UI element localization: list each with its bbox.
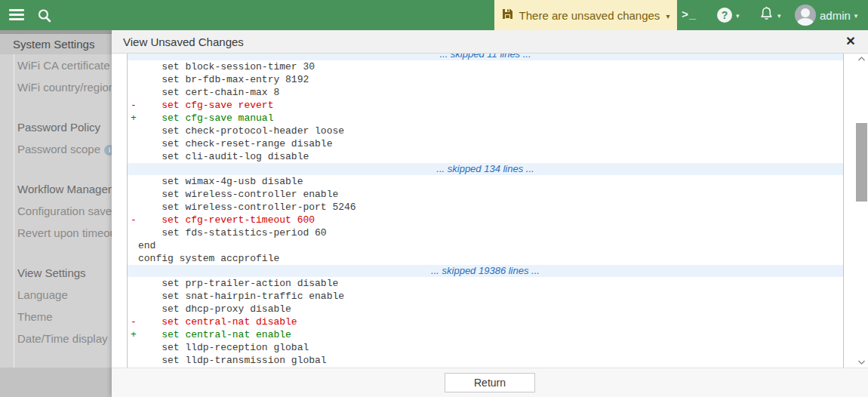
- help-menu-button[interactable]: ? ▾: [717, 0, 740, 30]
- diff-skip-row: ... skipped 11 lines ...: [128, 54, 843, 60]
- diff-line-ctx: set wireless-controller-port 5246: [128, 201, 843, 214]
- diff-line-ctx: config system accprofile: [128, 252, 843, 265]
- modal-footer: Return: [112, 368, 868, 397]
- modal-title: View Unsaved Changes: [123, 30, 244, 54]
- diff-line-ctx: set check-reset-range disable: [128, 137, 843, 150]
- sidebar-item-configuration-save[interactable]: Configuration save: [0, 200, 112, 222]
- diff-line-ctx: set wireless-controller enable: [128, 188, 843, 201]
- avatar: [795, 5, 816, 26]
- modal-header: View Unsaved Changes ✕: [112, 30, 868, 54]
- info-icon: i: [104, 145, 112, 155]
- unsaved-changes-button[interactable]: There are unsaved changes ▾: [494, 0, 677, 30]
- sidebar-item-theme[interactable]: Theme: [0, 306, 112, 328]
- sidebar-item-revert-upon-timeout[interactable]: Revert upon timeout: [0, 222, 112, 244]
- top-bar: There are unsaved changes ▾ >_ ? ▾ ▾ adm…: [0, 0, 868, 30]
- chevron-down-icon: ▾: [666, 12, 669, 20]
- close-icon[interactable]: ✕: [843, 34, 858, 49]
- notifications-button[interactable]: ▾: [759, 0, 781, 30]
- sidebar-menu: WiFi CA certificateWiFi country/regionPa…: [0, 54, 112, 368]
- cli-console-button[interactable]: >_: [682, 0, 697, 30]
- sidebar-item-date-time-display[interactable]: Date/Time display: [0, 328, 112, 349]
- user-menu-button[interactable]: admin ▾: [795, 0, 857, 30]
- config-diff-view: ... skipped 11 lines ... set block-sessi…: [127, 54, 844, 368]
- diff-line-ctx: end: [128, 239, 843, 252]
- diff-line-ctx: set check-protocol-header loose: [128, 125, 843, 137]
- diff-line-ctx: set cli-audit-log disable: [128, 150, 843, 163]
- diff-lines: ... skipped 11 lines ... set block-sessi…: [128, 54, 843, 367]
- sidebar-item-language[interactable]: Language: [0, 284, 112, 306]
- diff-line-ctx: set wimax-4g-usb disable: [128, 175, 843, 188]
- unsaved-changes-label: There are unsaved changes: [519, 9, 660, 22]
- diff-line-del: - set cfg-revert-timeout 600: [128, 214, 843, 226]
- diff-line-ctx: set lldp-reception global: [128, 341, 843, 354]
- scroll-up-icon[interactable]: [855, 54, 868, 66]
- chevron-down-icon: ▾: [777, 12, 781, 20]
- diff-line-ctx: set cert-chain-max 8: [128, 86, 843, 99]
- return-button[interactable]: Return: [445, 373, 535, 392]
- diff-skip-row: ... skipped 134 lines ...: [128, 163, 843, 175]
- sidebar-item-view-settings[interactable]: View Settings: [0, 262, 112, 284]
- scrollbar: [855, 54, 868, 368]
- chevron-down-icon: ▾: [736, 12, 740, 20]
- diff-line-del: - set cfg-save revert: [128, 99, 843, 112]
- diff-skip-row: ... skipped 19386 lines ...: [128, 265, 843, 277]
- sidebar-item-password-policy[interactable]: Password Policy: [0, 116, 112, 138]
- user-name-label: admin: [820, 9, 851, 22]
- diff-line-add: + set cfg-save manual: [128, 112, 843, 125]
- sidebar-title[interactable]: System Settings: [0, 34, 112, 54]
- view-unsaved-changes-modal: View Unsaved Changes ✕ ... skipped 11 li…: [112, 30, 868, 397]
- save-icon: [502, 8, 513, 23]
- menu-icon[interactable]: [9, 9, 24, 21]
- sidebar-item-wifi-country-region[interactable]: WiFi country/region: [0, 76, 112, 98]
- sidebar-item-workflow-management[interactable]: Workflow Management: [0, 178, 112, 200]
- diff-line-ctx: set fds-statistics-period 60: [128, 226, 843, 239]
- sidebar-item-password-scope[interactable]: Password scopei: [0, 138, 112, 160]
- diff-line-ctx: set lldp-transmission global: [128, 354, 843, 367]
- help-icon: ?: [717, 8, 732, 23]
- diff-line-ctx: set dhcp-proxy disable: [128, 303, 843, 315]
- diff-line-ctx: set br-fdb-max-entry 8192: [128, 73, 843, 86]
- bell-icon: [759, 6, 774, 24]
- diff-line-ctx: set snat-hairpin-traffic enable: [128, 290, 843, 303]
- chevron-down-icon: ▾: [854, 12, 858, 20]
- modal-body: ... skipped 11 lines ... set block-sessi…: [112, 54, 868, 368]
- terminal-icon: >_: [682, 9, 697, 22]
- page-bottom-strip: [0, 368, 112, 397]
- diff-line-ctx: set block-session-timer 30: [128, 60, 843, 73]
- scroll-down-icon[interactable]: [855, 355, 868, 368]
- search-icon[interactable]: [36, 8, 53, 24]
- diff-line-ctx: set prp-trailer-action disable: [128, 277, 843, 290]
- scrollbar-thumb[interactable]: [856, 123, 867, 202]
- diff-line-add: + set central-nat enable: [128, 328, 843, 341]
- sidebar-item-wifi-ca-certificate[interactable]: WiFi CA certificate: [0, 54, 112, 76]
- diff-line-del: - set central-nat disable: [128, 315, 843, 328]
- system-settings-sidebar: System Settings WiFi CA certificateWiFi …: [0, 30, 112, 397]
